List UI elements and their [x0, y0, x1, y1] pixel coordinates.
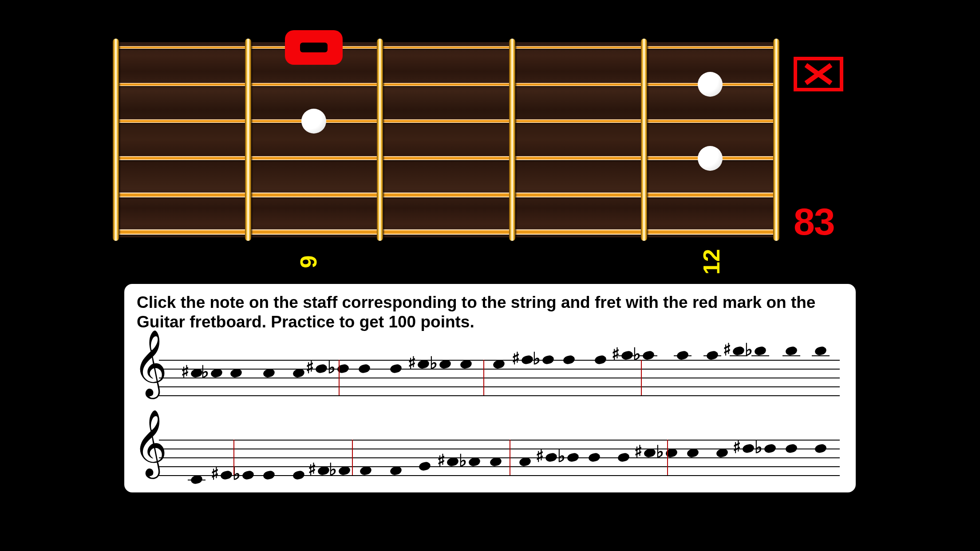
- barline: [641, 360, 642, 395]
- flat-icon: ♭: [329, 461, 337, 478]
- note[interactable]: [459, 359, 473, 370]
- sharp-icon: ♯: [733, 439, 741, 456]
- close-icon: [797, 60, 840, 88]
- note[interactable]: [620, 350, 634, 361]
- instruction-text: Click the note on the staff correspondin…: [137, 293, 843, 331]
- inlay-dot: [698, 146, 723, 171]
- sharp-icon: ♯: [634, 443, 642, 460]
- note[interactable]: [439, 359, 452, 370]
- note[interactable]: [292, 368, 305, 378]
- note[interactable]: [317, 465, 330, 476]
- note[interactable]: [418, 461, 431, 472]
- note[interactable]: [521, 354, 534, 365]
- note[interactable]: [241, 470, 255, 480]
- note[interactable]: [545, 452, 558, 463]
- score-value: 83: [794, 200, 834, 244]
- sharp-icon: ♯: [536, 448, 544, 464]
- note[interactable]: [229, 368, 243, 378]
- note[interactable]: [262, 470, 276, 480]
- barline: [667, 440, 668, 475]
- fret-wire: [509, 39, 515, 241]
- target-marker: [285, 30, 343, 65]
- flat-icon: ♭: [656, 443, 664, 460]
- note[interactable]: [814, 443, 827, 454]
- note[interactable]: [389, 363, 403, 374]
- note[interactable]: [763, 443, 777, 454]
- barline: [510, 440, 510, 475]
- fret-number: 12: [698, 249, 725, 275]
- fret-wire: [245, 39, 251, 241]
- note[interactable]: [785, 346, 798, 356]
- note[interactable]: [742, 443, 755, 454]
- barline: [339, 360, 340, 395]
- note[interactable]: [617, 452, 630, 463]
- note[interactable]: [359, 465, 372, 476]
- sharp-icon: ♯: [437, 452, 445, 469]
- note[interactable]: [292, 470, 305, 480]
- note[interactable]: [706, 350, 719, 361]
- barline: [483, 360, 484, 395]
- sharp-icon: ♯: [612, 346, 620, 362]
- note[interactable]: [358, 363, 371, 374]
- fret-wire: [641, 39, 647, 241]
- note[interactable]: [210, 368, 223, 378]
- note[interactable]: [489, 457, 502, 467]
- fretboard[interactable]: [116, 42, 776, 237]
- note[interactable]: [447, 457, 460, 467]
- flat-icon: ♭: [328, 359, 336, 376]
- note[interactable]: [338, 465, 351, 476]
- note[interactable]: [814, 346, 827, 356]
- answer-panel: Click the note on the staff correspondin…: [124, 284, 856, 492]
- note[interactable]: [644, 448, 657, 458]
- ledger-line: [812, 355, 830, 356]
- ledger-line: [782, 355, 800, 356]
- note[interactable]: [518, 457, 532, 467]
- inlay-dot: [698, 72, 723, 97]
- staff-bottom[interactable]: 𝄞 ♯♭♯♭♯♭♯♭♯♭♯♭: [137, 422, 843, 497]
- note[interactable]: [220, 470, 233, 480]
- note[interactable]: [676, 350, 690, 361]
- flat-icon: ♭: [755, 439, 763, 456]
- note[interactable]: [785, 443, 798, 454]
- fret-wire: [113, 39, 119, 241]
- flat-icon: ♭: [533, 350, 541, 367]
- note[interactable]: [588, 452, 601, 463]
- note[interactable]: [754, 346, 767, 356]
- fret-wire: [773, 39, 779, 241]
- note[interactable]: [566, 452, 580, 463]
- note[interactable]: [594, 354, 608, 365]
- note[interactable]: [686, 448, 699, 458]
- string-2: [116, 83, 776, 86]
- sharp-icon: ♯: [512, 350, 520, 367]
- note[interactable]: [732, 346, 745, 356]
- note[interactable]: [541, 354, 555, 365]
- note[interactable]: [492, 359, 506, 370]
- sharp-icon: ♯: [723, 341, 731, 358]
- flat-icon: ♭: [557, 448, 565, 464]
- note[interactable]: [417, 359, 430, 370]
- string-5: [116, 193, 776, 197]
- staff-top[interactable]: 𝄞 ♯♭♯♭♯♭♯♭♯♭♯♭: [137, 342, 843, 417]
- string-4: [116, 156, 776, 161]
- barline: [233, 440, 234, 475]
- note[interactable]: [642, 350, 656, 361]
- note[interactable]: [262, 368, 276, 378]
- sharp-icon: ♯: [306, 359, 314, 376]
- inlay-dot: [301, 109, 326, 134]
- sharp-icon: ♯: [211, 465, 219, 482]
- ledger-line: [751, 355, 769, 356]
- sharp-icon: ♯: [408, 354, 416, 371]
- string-3: [116, 119, 776, 123]
- fret-number: 9: [296, 256, 322, 268]
- string-6: [116, 229, 776, 235]
- note[interactable]: [315, 363, 328, 374]
- flat-icon: ♭: [430, 354, 438, 371]
- note[interactable]: [190, 474, 203, 485]
- note[interactable]: [468, 457, 481, 467]
- close-button[interactable]: [794, 57, 843, 91]
- fret-wire: [377, 39, 383, 241]
- note[interactable]: [389, 465, 403, 476]
- note[interactable]: [563, 354, 576, 365]
- sharp-icon: ♯: [308, 461, 316, 478]
- note[interactable]: [715, 448, 729, 458]
